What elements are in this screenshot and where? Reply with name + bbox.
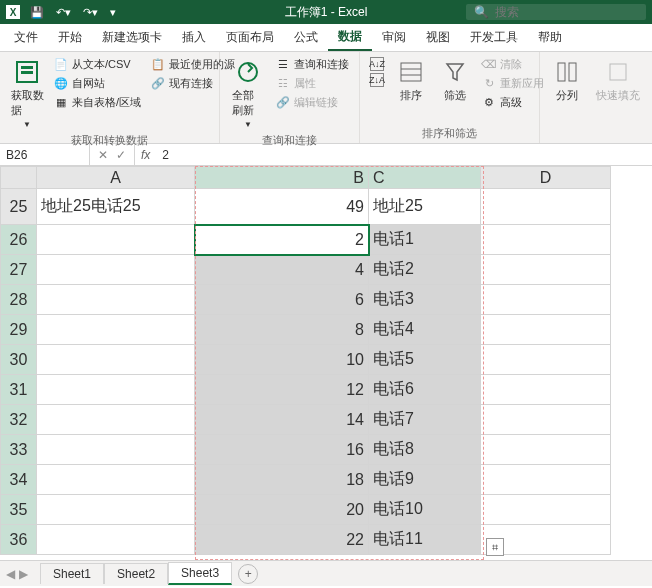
cell-B30[interactable]: 10	[195, 345, 369, 375]
cell-A36[interactable]	[37, 525, 195, 555]
cell-B36[interactable]: 22	[195, 525, 369, 555]
confirm-icon[interactable]: ✓	[116, 148, 126, 162]
cell-D34[interactable]	[481, 465, 611, 495]
cell-C36[interactable]: 电话11	[369, 525, 481, 555]
menu-developer[interactable]: 开发工具	[460, 25, 528, 50]
menu-formulas[interactable]: 公式	[284, 25, 328, 50]
get-data-button[interactable]: 获取数 据 ▼	[8, 56, 46, 131]
cell-B31[interactable]: 12	[195, 375, 369, 405]
cell-A34[interactable]	[37, 465, 195, 495]
cell-B26[interactable]: 2	[195, 225, 369, 255]
reapply-button[interactable]: ↻重新应用	[480, 75, 546, 92]
cell-B27[interactable]: 4	[195, 255, 369, 285]
row-header-28[interactable]: 28	[1, 285, 37, 315]
sheet-nav-next-icon[interactable]: ▶	[19, 567, 28, 581]
text-to-columns-button[interactable]: 分列	[548, 56, 586, 105]
row-header-35[interactable]: 35	[1, 495, 37, 525]
cancel-icon[interactable]: ✕	[98, 148, 108, 162]
cell-A30[interactable]	[37, 345, 195, 375]
name-box[interactable]: B26	[0, 144, 90, 165]
cell-B29[interactable]: 8	[195, 315, 369, 345]
cell-D35[interactable]	[481, 495, 611, 525]
fx-icon[interactable]: fx	[135, 148, 156, 162]
qat-more-icon[interactable]: ▾	[108, 6, 118, 19]
menu-view[interactable]: 视图	[416, 25, 460, 50]
cell-C28[interactable]: 电话3	[369, 285, 481, 315]
select-all-corner[interactable]	[1, 167, 37, 189]
cell-D27[interactable]	[481, 255, 611, 285]
sheet-tab-2[interactable]: Sheet2	[104, 563, 168, 584]
menu-file[interactable]: 文件	[4, 25, 48, 50]
cell-B34[interactable]: 18	[195, 465, 369, 495]
cell-D30[interactable]	[481, 345, 611, 375]
cell-D31[interactable]	[481, 375, 611, 405]
menu-newtab[interactable]: 新建选项卡	[92, 25, 172, 50]
from-text-csv-button[interactable]: 📄从文本/CSV	[52, 56, 143, 73]
row-header-33[interactable]: 33	[1, 435, 37, 465]
cell-C26[interactable]: 电话1	[369, 225, 481, 255]
cell-D32[interactable]	[481, 405, 611, 435]
menu-insert[interactable]: 插入	[172, 25, 216, 50]
cell-B25[interactable]: 49	[195, 189, 369, 225]
cell-A33[interactable]	[37, 435, 195, 465]
add-sheet-button[interactable]: +	[238, 564, 258, 584]
formula-input[interactable]: 2	[156, 148, 652, 162]
cell-C35[interactable]: 电话10	[369, 495, 481, 525]
row-header-31[interactable]: 31	[1, 375, 37, 405]
filter-button[interactable]: 筛选	[436, 56, 474, 111]
save-icon[interactable]: 💾	[28, 6, 46, 19]
row-header-27[interactable]: 27	[1, 255, 37, 285]
from-table-button[interactable]: ▦来自表格/区域	[52, 94, 143, 111]
cell-D29[interactable]	[481, 315, 611, 345]
cell-B33[interactable]: 16	[195, 435, 369, 465]
cell-C29[interactable]: 电话4	[369, 315, 481, 345]
undo-icon[interactable]: ↶▾	[54, 6, 73, 19]
cell-A26[interactable]	[37, 225, 195, 255]
cell-C33[interactable]: 电话8	[369, 435, 481, 465]
sort-asc-button[interactable]: A↓Z	[368, 56, 386, 72]
cell-C31[interactable]: 电话6	[369, 375, 481, 405]
from-web-button[interactable]: 🌐自网站	[52, 75, 143, 92]
clear-filter-button[interactable]: ⌫清除	[480, 56, 546, 73]
sort-desc-button[interactable]: Z↓A	[368, 72, 386, 88]
cell-D28[interactable]	[481, 285, 611, 315]
sort-button[interactable]: 排序	[392, 56, 430, 111]
spreadsheet-grid[interactable]: ABCD25地址25电话2549地址25262电话1274电话2286电话329…	[0, 166, 652, 560]
cell-C27[interactable]: 电话2	[369, 255, 481, 285]
cell-B28[interactable]: 6	[195, 285, 369, 315]
search-box[interactable]: 🔍	[466, 4, 646, 20]
menu-review[interactable]: 审阅	[372, 25, 416, 50]
sheet-tab-1[interactable]: Sheet1	[40, 563, 104, 584]
menu-home[interactable]: 开始	[48, 25, 92, 50]
cell-A28[interactable]	[37, 285, 195, 315]
cell-A27[interactable]	[37, 255, 195, 285]
cell-A29[interactable]	[37, 315, 195, 345]
cell-A32[interactable]	[37, 405, 195, 435]
row-header-34[interactable]: 34	[1, 465, 37, 495]
cell-A31[interactable]	[37, 375, 195, 405]
cell-A25[interactable]: 地址25电话25	[37, 189, 195, 225]
column-header-D[interactable]: D	[481, 167, 611, 189]
row-header-30[interactable]: 30	[1, 345, 37, 375]
quick-analysis-icon[interactable]: ⌗	[486, 538, 504, 556]
queries-connections-button[interactable]: ☰查询和连接	[274, 56, 351, 73]
cell-B32[interactable]: 14	[195, 405, 369, 435]
column-header-B[interactable]: B	[195, 167, 369, 189]
row-header-25[interactable]: 25	[1, 189, 37, 225]
edit-links-button[interactable]: 🔗编辑链接	[274, 94, 351, 111]
sheet-nav-prev-icon[interactable]: ◀	[6, 567, 15, 581]
row-header-26[interactable]: 26	[1, 225, 37, 255]
refresh-all-button[interactable]: 全部刷新 ▼	[228, 56, 268, 131]
row-header-29[interactable]: 29	[1, 315, 37, 345]
menu-data[interactable]: 数据	[328, 24, 372, 51]
menu-pagelayout[interactable]: 页面布局	[216, 25, 284, 50]
search-input[interactable]	[495, 5, 635, 19]
cell-D33[interactable]	[481, 435, 611, 465]
redo-icon[interactable]: ↷▾	[81, 6, 100, 19]
advanced-filter-button[interactable]: ⚙高级	[480, 94, 546, 111]
row-header-36[interactable]: 36	[1, 525, 37, 555]
cell-A35[interactable]	[37, 495, 195, 525]
column-header-C[interactable]: C	[369, 167, 481, 189]
cell-C32[interactable]: 电话7	[369, 405, 481, 435]
cell-C25[interactable]: 地址25	[369, 189, 481, 225]
